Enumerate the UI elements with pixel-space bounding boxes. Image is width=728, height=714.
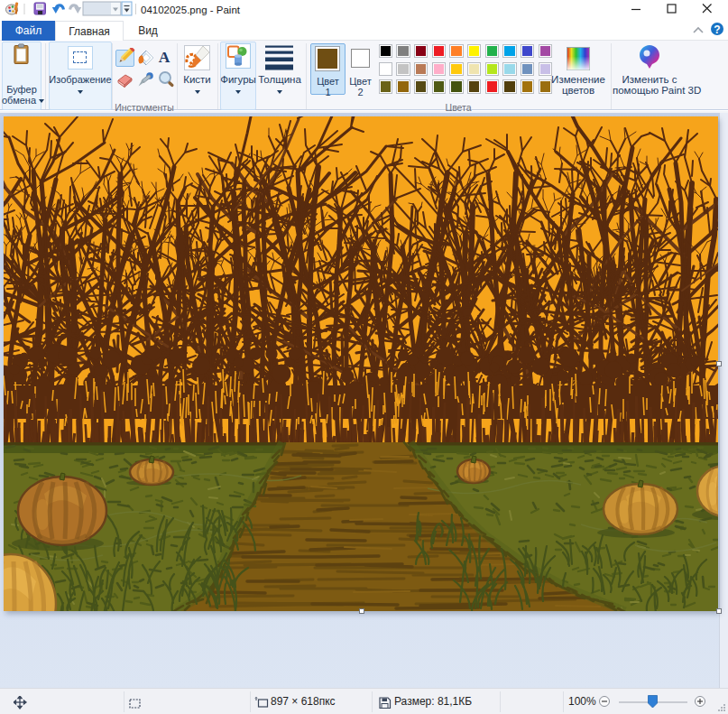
svg-text:A: A xyxy=(159,48,170,66)
svg-text:?: ? xyxy=(714,23,720,36)
